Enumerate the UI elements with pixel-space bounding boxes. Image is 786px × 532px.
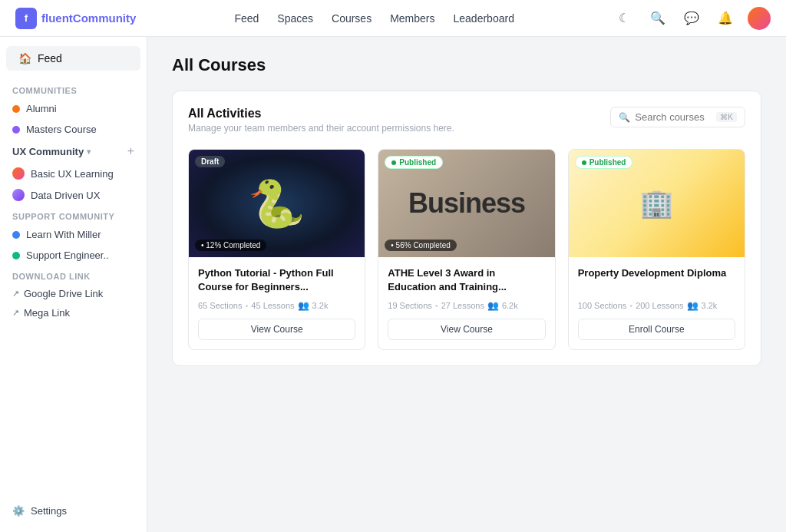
miller-dot (12, 231, 20, 239)
gdrive-label: Google Drive Link (24, 288, 103, 299)
sidebar: 🏠 Feed Communities Alumni Masters Course… (0, 37, 147, 532)
course-card: 🏢 Published Property Development Diploma… (568, 149, 745, 350)
published-badge: Published (575, 156, 633, 169)
course-card: 🐍 Draft • 12% Completed Python Tutorial … (188, 149, 365, 350)
lessons-label: 45 Lessons (251, 301, 294, 310)
data-ux-avatar (12, 189, 25, 201)
card-title: Property Development Diploma (578, 266, 735, 296)
nav-actions: ☾ 🔍 💬 🔔 (613, 7, 771, 30)
card-title: Python Tutorial - Python Full Course for… (198, 266, 355, 296)
sidebar-feed[interactable]: 🏠 Feed (6, 46, 140, 71)
nav-leaderboard[interactable]: Leaderboard (454, 12, 514, 25)
course-action-button[interactable]: View Course (198, 319, 355, 340)
courses-search-input[interactable] (635, 111, 712, 123)
ux-community-header[interactable]: UX Community ▾ + (0, 140, 147, 163)
panel-title: All Activities (188, 107, 454, 121)
engineer-label: Support Engineer.. (26, 249, 109, 261)
search-shortcut: ⌘K (716, 112, 737, 122)
sidebar-item-basic-ux[interactable]: Basic UX Learning (0, 163, 147, 184)
published-badge: Published (385, 156, 443, 169)
gear-icon: ⚙️ (12, 505, 25, 517)
settings-button[interactable]: ⚙️ Settings (0, 499, 147, 523)
course-card: Business Published • 56% Completed ATHE … (378, 149, 555, 350)
home-icon: 🏠 (18, 52, 31, 64)
download-section-title: Download Link (0, 266, 147, 284)
masters-dot (12, 126, 20, 134)
card-meta: 65 Sections • 45 Lessons 👥 3.2k (198, 300, 355, 311)
course-action-button[interactable]: View Course (388, 319, 545, 340)
courses-panel: All Activities Manage your team members … (172, 91, 761, 366)
progress-badge: • 12% Completed (195, 240, 266, 251)
data-ux-label: Data Driven UX (31, 190, 100, 201)
members-count: 3.2k (312, 301, 329, 310)
support-section-title: Support Community (0, 206, 147, 224)
panel-header-text: All Activities Manage your team members … (188, 107, 454, 134)
meta-sep: • (435, 301, 438, 310)
sidebar-item-support-engineer[interactable]: Support Engineer.. (0, 245, 147, 266)
sidebar-item-masters-course[interactable]: Masters Course (0, 119, 147, 140)
published-dot (582, 160, 586, 165)
page-title: All Courses (172, 55, 761, 75)
chat-icon[interactable]: 💬 (680, 7, 703, 30)
miller-label: Learn With Miller (26, 229, 101, 240)
basic-ux-label: Basic UX Learning (31, 168, 114, 180)
search-box[interactable]: 🔍 ⌘K (610, 107, 745, 127)
basic-ux-avatar (12, 167, 25, 180)
members-icon: 👥 (298, 300, 309, 311)
communities-section-title: Communities (0, 80, 147, 98)
top-nav: f fluentCommunity Feed Spaces Courses Me… (0, 0, 786, 37)
sidebar-item-alumni[interactable]: Alumni (0, 98, 147, 119)
engineer-dot (12, 252, 20, 259)
sidebar-feed-label: Feed (38, 52, 62, 64)
logo-icon: f (15, 8, 37, 29)
search-icon[interactable]: 🔍 (646, 7, 669, 30)
members-count: 6.2k (502, 301, 518, 310)
published-dot (391, 160, 396, 165)
members-icon: 👥 (487, 300, 499, 311)
card-body: ATHE Level 3 Award in Education and Trai… (378, 257, 554, 349)
card-body: Property Development Diploma 100 Section… (569, 257, 745, 349)
card-image-wrap: 🏢 Published (569, 150, 745, 257)
courses-search-icon: 🔍 (619, 112, 630, 123)
course-action-button[interactable]: Enroll Course (578, 319, 735, 340)
card-body: Python Tutorial - Python Full Course for… (189, 257, 365, 349)
layout: 🏠 Feed Communities Alumni Masters Course… (0, 37, 786, 532)
nav-feed[interactable]: Feed (234, 12, 259, 25)
card-title: ATHE Level 3 Award in Education and Trai… (388, 266, 545, 296)
sections-label: 19 Sections (388, 301, 431, 310)
avatar[interactable] (748, 7, 771, 30)
card-image-wrap: Business Published • 56% Completed (378, 150, 554, 257)
panel-subtitle: Manage your team members and their accou… (188, 123, 454, 134)
sections-label: 65 Sections (198, 301, 242, 310)
sections-label: 100 Sections (578, 301, 627, 310)
dark-mode-icon[interactable]: ☾ (613, 7, 636, 30)
nav-members[interactable]: Members (390, 12, 434, 25)
sidebar-item-data-driven-ux[interactable]: Data Driven UX (0, 184, 147, 206)
card-meta: 100 Sections • 200 Lessons 👥 3.2k (578, 300, 735, 311)
course-grid: 🐍 Draft • 12% Completed Python Tutorial … (188, 149, 745, 350)
panel-header: All Activities Manage your team members … (188, 107, 745, 134)
members-icon: 👥 (687, 300, 698, 311)
draft-badge: Draft (195, 156, 225, 167)
main-content: All Courses All Activities Manage your t… (147, 37, 786, 532)
alumni-dot (12, 105, 20, 113)
meta-sep: • (629, 301, 632, 310)
settings-label: Settings (31, 505, 67, 517)
add-ux-community-button[interactable]: + (127, 144, 134, 158)
notification-icon[interactable]: 🔔 (714, 7, 737, 30)
nav-courses[interactable]: Courses (332, 12, 372, 25)
card-image-wrap: 🐍 Draft • 12% Completed (189, 150, 365, 257)
members-count: 3.2k (702, 301, 718, 310)
mega-label: Mega Link (24, 307, 70, 319)
sidebar-link-gdrive[interactable]: ↗ Google Drive Link (0, 284, 147, 303)
progress-badge: • 56% Completed (385, 240, 456, 251)
sidebar-link-mega[interactable]: ↗ Mega Link (0, 303, 147, 322)
logo-text: fluentCommunity (41, 12, 136, 25)
masters-label: Masters Course (26, 124, 97, 135)
lessons-label: 200 Lessons (636, 301, 683, 310)
sidebar-item-learn-miller[interactable]: Learn With Miller (0, 224, 147, 245)
card-meta: 19 Sections • 27 Lessons 👥 6.2k (388, 300, 545, 311)
logo[interactable]: f fluentCommunity (15, 8, 136, 29)
nav-spaces[interactable]: Spaces (277, 12, 313, 25)
nav-links: Feed Spaces Courses Members Leaderboard (234, 12, 514, 25)
